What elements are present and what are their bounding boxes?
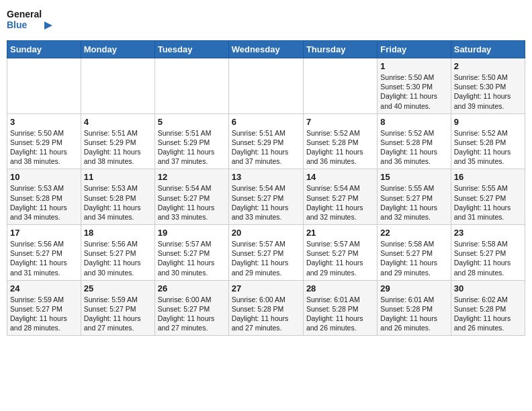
day-info: Sunrise: 6:01 AM Sunset: 5:28 PM Dayligh…: [306, 295, 374, 333]
day-info: Sunrise: 6:00 AM Sunset: 5:28 PM Dayligh…: [232, 295, 300, 333]
day-number: 10: [10, 172, 78, 182]
calendar-week-3: 10Sunrise: 5:53 AM Sunset: 5:28 PM Dayli…: [7, 169, 525, 225]
calendar-cell: 24Sunrise: 5:59 AM Sunset: 5:27 PM Dayli…: [7, 280, 81, 336]
day-info: Sunrise: 5:52 AM Sunset: 5:28 PM Dayligh…: [454, 128, 522, 167]
calendar-cell: 3Sunrise: 5:50 AM Sunset: 5:29 PM Daylig…: [7, 113, 81, 169]
calendar-week-2: 3Sunrise: 5:50 AM Sunset: 5:29 PM Daylig…: [7, 113, 525, 169]
day-info: Sunrise: 6:01 AM Sunset: 5:28 PM Dayligh…: [380, 295, 447, 333]
calendar-cell: 13Sunrise: 5:54 AM Sunset: 5:27 PM Dayli…: [228, 169, 303, 225]
day-info: Sunrise: 5:57 AM Sunset: 5:27 PM Dayligh…: [158, 239, 226, 277]
day-info: Sunrise: 5:52 AM Sunset: 5:28 PM Dayligh…: [306, 128, 374, 167]
day-info: Sunrise: 5:57 AM Sunset: 5:27 PM Dayligh…: [306, 239, 374, 277]
calendar-cell: 11Sunrise: 5:53 AM Sunset: 5:28 PM Dayli…: [81, 169, 154, 225]
calendar-cell: 26Sunrise: 6:00 AM Sunset: 5:27 PM Dayli…: [154, 280, 228, 336]
day-number: 11: [84, 172, 152, 182]
calendar-cell: 23Sunrise: 5:58 AM Sunset: 5:27 PM Dayli…: [451, 225, 525, 281]
day-number: 21: [306, 228, 374, 238]
calendar-cell: [7, 58, 81, 114]
calendar-week-4: 17Sunrise: 5:56 AM Sunset: 5:27 PM Dayli…: [7, 225, 525, 281]
day-number: 2: [454, 61, 522, 71]
svg-text:Blue: Blue: [7, 19, 28, 30]
day-number: 23: [454, 228, 522, 238]
day-info: Sunrise: 5:55 AM Sunset: 5:27 PM Dayligh…: [380, 183, 447, 222]
weekday-header-friday: Friday: [378, 41, 451, 58]
calendar-cell: 19Sunrise: 5:57 AM Sunset: 5:27 PM Dayli…: [154, 225, 228, 281]
day-number: 4: [84, 117, 152, 127]
day-info: Sunrise: 5:51 AM Sunset: 5:29 PM Dayligh…: [158, 128, 226, 167]
calendar-cell: 1Sunrise: 5:50 AM Sunset: 5:30 PM Daylig…: [378, 58, 451, 114]
day-info: Sunrise: 5:57 AM Sunset: 5:27 PM Dayligh…: [232, 239, 300, 277]
svg-marker-2: [44, 21, 52, 30]
day-number: 7: [306, 117, 374, 127]
day-info: Sunrise: 5:50 AM Sunset: 5:30 PM Dayligh…: [380, 73, 447, 111]
day-number: 5: [158, 117, 226, 127]
calendar-cell: 6Sunrise: 5:51 AM Sunset: 5:29 PM Daylig…: [228, 113, 303, 169]
weekday-header-tuesday: Tuesday: [154, 41, 228, 58]
weekday-header-thursday: Thursday: [303, 41, 377, 58]
calendar-cell: 9Sunrise: 5:52 AM Sunset: 5:28 PM Daylig…: [451, 113, 525, 169]
day-info: Sunrise: 5:54 AM Sunset: 5:27 PM Dayligh…: [158, 183, 226, 222]
day-number: 16: [454, 172, 522, 182]
calendar-cell: 25Sunrise: 5:59 AM Sunset: 5:27 PM Dayli…: [81, 280, 154, 336]
calendar-cell: [303, 58, 377, 114]
calendar-cell: 27Sunrise: 6:00 AM Sunset: 5:28 PM Dayli…: [228, 280, 303, 336]
day-info: Sunrise: 5:58 AM Sunset: 5:27 PM Dayligh…: [454, 239, 522, 277]
weekday-header-saturday: Saturday: [451, 41, 525, 58]
day-info: Sunrise: 5:51 AM Sunset: 5:29 PM Dayligh…: [232, 128, 300, 167]
calendar-cell: 7Sunrise: 5:52 AM Sunset: 5:28 PM Daylig…: [303, 113, 377, 169]
day-number: 19: [158, 228, 226, 238]
day-info: Sunrise: 5:55 AM Sunset: 5:27 PM Dayligh…: [454, 183, 522, 222]
calendar-week-1: 1Sunrise: 5:50 AM Sunset: 5:30 PM Daylig…: [7, 58, 525, 114]
calendar-cell: 5Sunrise: 5:51 AM Sunset: 5:29 PM Daylig…: [154, 113, 228, 169]
day-number: 1: [380, 61, 447, 71]
day-number: 14: [306, 172, 374, 182]
day-info: Sunrise: 6:00 AM Sunset: 5:27 PM Dayligh…: [158, 295, 226, 333]
day-number: 30: [454, 283, 522, 293]
day-info: Sunrise: 5:59 AM Sunset: 5:27 PM Dayligh…: [84, 295, 152, 333]
weekday-header-sunday: Sunday: [7, 41, 81, 58]
day-number: 8: [380, 117, 447, 127]
calendar-cell: 29Sunrise: 6:01 AM Sunset: 5:28 PM Dayli…: [378, 280, 451, 336]
calendar-cell: 15Sunrise: 5:55 AM Sunset: 5:27 PM Dayli…: [378, 169, 451, 225]
calendar-cell: 20Sunrise: 5:57 AM Sunset: 5:27 PM Dayli…: [228, 225, 303, 281]
day-number: 9: [454, 117, 522, 127]
day-info: Sunrise: 5:59 AM Sunset: 5:27 PM Dayligh…: [10, 295, 78, 333]
calendar-cell: 30Sunrise: 6:02 AM Sunset: 5:28 PM Dayli…: [451, 280, 525, 336]
day-number: 25: [84, 283, 152, 293]
calendar-cell: 16Sunrise: 5:55 AM Sunset: 5:27 PM Dayli…: [451, 169, 525, 225]
calendar-cell: [228, 58, 303, 114]
day-number: 24: [10, 283, 78, 293]
day-number: 6: [232, 117, 300, 127]
calendar-cell: 12Sunrise: 5:54 AM Sunset: 5:27 PM Dayli…: [154, 169, 228, 225]
weekday-header-monday: Monday: [81, 41, 154, 58]
day-number: 18: [84, 228, 152, 238]
day-info: Sunrise: 6:02 AM Sunset: 5:28 PM Dayligh…: [454, 295, 522, 333]
day-info: Sunrise: 5:53 AM Sunset: 5:28 PM Dayligh…: [10, 183, 78, 222]
day-number: 20: [232, 228, 300, 238]
calendar-cell: 28Sunrise: 6:01 AM Sunset: 5:28 PM Dayli…: [303, 280, 377, 336]
calendar-cell: 10Sunrise: 5:53 AM Sunset: 5:28 PM Dayli…: [7, 169, 81, 225]
day-info: Sunrise: 5:58 AM Sunset: 5:27 PM Dayligh…: [380, 239, 447, 277]
day-number: 22: [380, 228, 447, 238]
logo-svg: General Blue: [7, 7, 54, 35]
day-number: 26: [158, 283, 226, 293]
weekday-header-wednesday: Wednesday: [228, 41, 303, 58]
day-number: 27: [232, 283, 300, 293]
calendar-cell: 2Sunrise: 5:50 AM Sunset: 5:30 PM Daylig…: [451, 58, 525, 114]
logo: General Blue: [7, 7, 54, 35]
calendar-week-5: 24Sunrise: 5:59 AM Sunset: 5:27 PM Dayli…: [7, 280, 525, 336]
calendar-cell: 21Sunrise: 5:57 AM Sunset: 5:27 PM Dayli…: [303, 225, 377, 281]
calendar-cell: 14Sunrise: 5:54 AM Sunset: 5:27 PM Dayli…: [303, 169, 377, 225]
calendar-cell: 22Sunrise: 5:58 AM Sunset: 5:27 PM Dayli…: [378, 225, 451, 281]
calendar-cell: 4Sunrise: 5:51 AM Sunset: 5:29 PM Daylig…: [81, 113, 154, 169]
day-number: 3: [10, 117, 78, 127]
day-info: Sunrise: 5:50 AM Sunset: 5:29 PM Dayligh…: [10, 128, 78, 167]
calendar-table: SundayMondayTuesdayWednesdayThursdayFrid…: [7, 40, 525, 336]
page-header: General Blue: [7, 7, 525, 35]
day-info: Sunrise: 5:54 AM Sunset: 5:27 PM Dayligh…: [232, 183, 300, 222]
day-number: 28: [306, 283, 374, 293]
calendar-cell: [154, 58, 228, 114]
day-number: 15: [380, 172, 447, 182]
svg-text:General: General: [7, 9, 42, 19]
day-number: 29: [380, 283, 447, 293]
